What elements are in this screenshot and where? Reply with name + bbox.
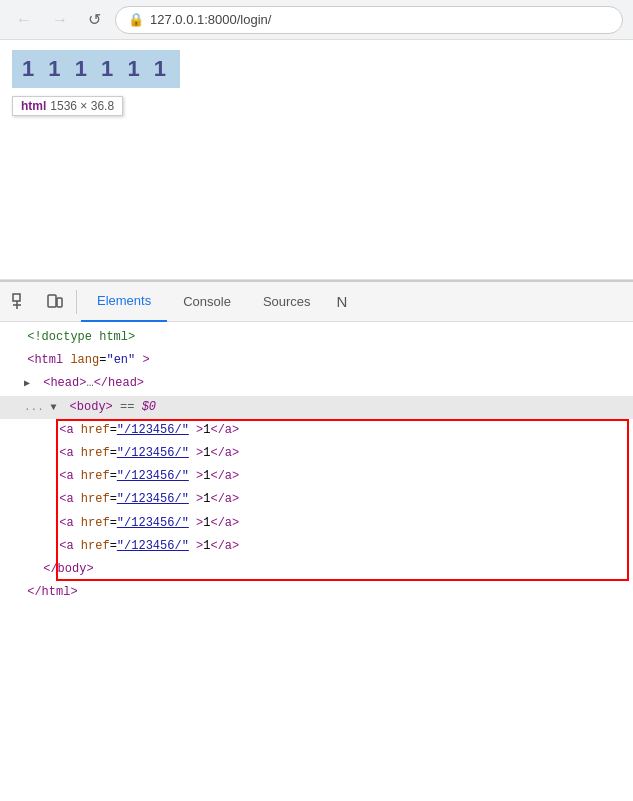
body-open: <body> <box>70 400 113 414</box>
a1-href: "/123456/" <box>117 423 189 437</box>
a4-open: <a <box>59 492 73 506</box>
a4-attr: href <box>81 492 110 506</box>
a6-href: "/123456/" <box>117 539 189 553</box>
dom-body-close[interactable]: </body> <box>0 558 633 581</box>
dom-anchor-2[interactable]: <a href="/123456/" >1</a> <box>0 442 633 465</box>
svg-rect-3 <box>48 295 56 307</box>
tab-elements[interactable]: Elements <box>81 282 167 322</box>
a2-endtag: </a> <box>210 446 239 460</box>
svg-rect-4 <box>57 298 62 307</box>
dom-html-close[interactable]: </html> <box>0 581 633 604</box>
a6-open: <a <box>59 539 73 553</box>
a5-open: <a <box>59 516 73 530</box>
dom-anchor-3[interactable]: <a href="/123456/" >1</a> <box>0 465 633 488</box>
body-suffix: == <box>120 400 142 414</box>
page-title: 1 1 1 1 1 1 <box>12 50 621 88</box>
dom-anchor-5[interactable]: <a href="/123456/" >1</a> <box>0 512 633 535</box>
back-button[interactable]: ← <box>10 7 38 33</box>
url-text: 127.0.0.1:8000/login/ <box>150 12 271 27</box>
head-ellipsis: … <box>86 376 93 390</box>
dom-html[interactable]: <html lang="en" > <box>0 349 633 372</box>
tab-separator <box>76 290 77 314</box>
a2-href: "/123456/" <box>117 446 189 460</box>
dom-anchor-1[interactable]: <a href="/123456/" >1</a> <box>0 419 633 442</box>
a5-attr: href <box>81 516 110 530</box>
dom-doctype[interactable]: <!doctype html> <box>0 326 633 349</box>
page-heading: 1 1 1 1 1 1 <box>12 50 180 88</box>
cursor-icon-btn[interactable] <box>4 287 38 317</box>
page-content: 1 1 1 1 1 1 html 1536 × 36.8 <box>0 40 633 280</box>
browser-toolbar: ← → ↺ 🔒 127.0.0.1:8000/login/ <box>0 0 633 40</box>
html-attr-name: lang <box>70 353 99 367</box>
head-close: </head> <box>94 376 144 390</box>
device-icon <box>46 293 64 311</box>
devtools-tabs: Elements Console Sources N <box>0 282 633 322</box>
tooltip-dims: 1536 × 36.8 <box>50 99 114 113</box>
head-text: <head> <box>43 376 86 390</box>
a3-endtag: </a> <box>210 469 239 483</box>
dom-anchor-4[interactable]: <a href="/123456/" >1</a> <box>0 488 633 511</box>
svg-rect-0 <box>13 294 20 301</box>
a4-href: "/123456/" <box>117 492 189 506</box>
a3-attr: href <box>81 469 110 483</box>
device-icon-btn[interactable] <box>38 287 72 317</box>
body-dollar: $0 <box>142 400 156 414</box>
reload-button[interactable]: ↺ <box>82 6 107 33</box>
lock-icon: 🔒 <box>128 12 144 27</box>
html-open: <html <box>27 353 63 367</box>
a3-href: "/123456/" <box>117 469 189 483</box>
html-close-tag: </html> <box>27 585 77 599</box>
tab-sources[interactable]: Sources <box>247 282 327 322</box>
inspect-icon <box>12 293 30 311</box>
body-triangle <box>50 398 62 417</box>
dots: ... <box>24 401 50 413</box>
tooltip-tag: html <box>21 99 46 113</box>
a4-endtag: </a> <box>210 492 239 506</box>
tab-more[interactable]: N <box>327 282 358 322</box>
forward-button[interactable]: → <box>46 7 74 33</box>
a1-open: <a <box>59 423 73 437</box>
a1-endtag: </a> <box>210 423 239 437</box>
a3-open: <a <box>59 469 73 483</box>
dom-body[interactable]: ... <body> == $0 <box>0 396 633 419</box>
html-tooltip: html 1536 × 36.8 <box>12 96 123 116</box>
a5-endtag: </a> <box>210 516 239 530</box>
a2-open: <a <box>59 446 73 460</box>
dom-head[interactable]: <head>…</head> <box>0 372 633 395</box>
a6-attr: href <box>81 539 110 553</box>
red-box-container: <a href="/123456/" >1</a> <a href="/1234… <box>0 419 633 581</box>
dom-anchor-6[interactable]: <a href="/123456/" >1</a> <box>0 535 633 558</box>
a2-attr: href <box>81 446 110 460</box>
a6-endtag: </a> <box>210 539 239 553</box>
a5-href: "/123456/" <box>117 516 189 530</box>
tab-console[interactable]: Console <box>167 282 247 322</box>
head-triangle <box>24 374 36 393</box>
elements-panel: <!doctype html> <html lang="en" > <head>… <box>0 322 633 801</box>
address-bar[interactable]: 🔒 127.0.0.1:8000/login/ <box>115 6 623 34</box>
devtools-panel: Elements Console Sources N <!doctype htm… <box>0 280 633 801</box>
html-attr-val: "en" <box>106 353 135 367</box>
html-close: > <box>142 353 149 367</box>
a1-attr: href <box>81 423 110 437</box>
body-close-tag: </body> <box>43 562 93 576</box>
doctype-text: <!doctype html> <box>27 330 135 344</box>
